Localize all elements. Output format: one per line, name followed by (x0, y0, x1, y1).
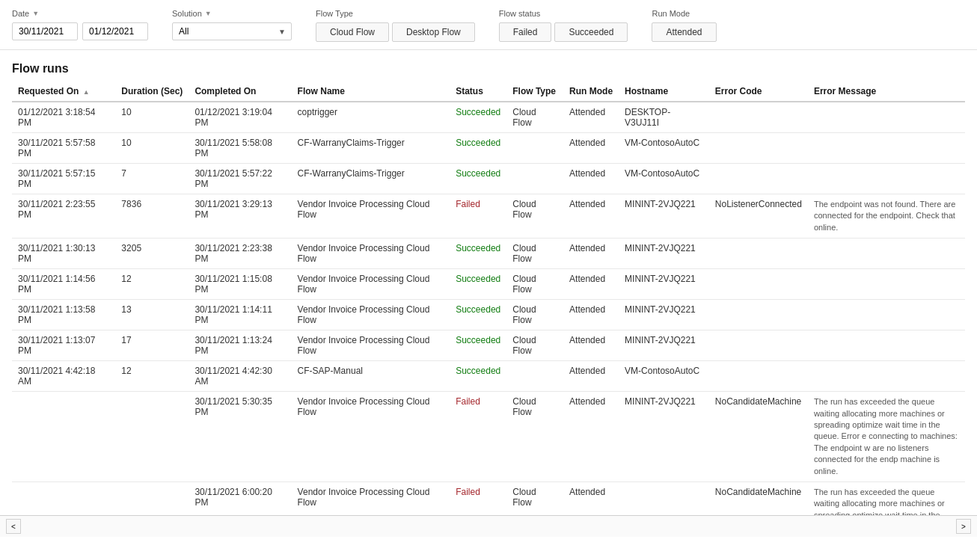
cell-status: Failed (450, 194, 506, 239)
cell-error-message (808, 239, 965, 269)
cell-hostname: MININT-2VJQ221 (619, 392, 709, 482)
cell-error-message (808, 300, 965, 330)
cell-error-code (709, 164, 808, 194)
table-row: 30/11/2021 6:00:20 PMVendor Invoice Proc… (12, 481, 965, 515)
cloud-flow-btn[interactable]: Cloud Flow (316, 22, 389, 42)
table-row: 30/11/2021 1:30:13 PM320530/11/2021 2:23… (12, 239, 965, 269)
cell-flow-type: Cloud Flow (506, 239, 563, 269)
table-row: 30/11/2021 1:14:56 PM1230/11/2021 1:15:0… (12, 269, 965, 300)
table-row: 30/11/2021 5:57:15 PM730/11/2021 5:57:22… (12, 164, 965, 194)
cell-hostname: MININT-2VJQ221 (619, 300, 709, 330)
cell-run-mode: Attended (563, 164, 619, 194)
col-header-status: Status (450, 81, 506, 102)
cell-run-mode: Attended (563, 392, 619, 482)
cell-hostname: VM-ContosoAutoC (619, 361, 709, 392)
cell-duration: 17 (115, 330, 189, 361)
next-page-button[interactable]: > (956, 519, 971, 534)
cell-run-mode: Attended (563, 133, 619, 164)
date-start-input[interactable] (12, 22, 78, 40)
cell-flow-name: Vendor Invoice Processing Cloud Flow (292, 392, 450, 482)
cell-flow-type: Cloud Flow (506, 392, 563, 482)
attended-btn[interactable]: Attended (652, 22, 716, 42)
cell-error-code (709, 330, 808, 361)
date-filter-group: Date ▼ (12, 9, 148, 40)
date-chevron-icon: ▼ (32, 10, 39, 17)
cell-duration: 7836 (115, 194, 189, 239)
table-row: 30/11/2021 4:42:18 AM1230/11/2021 4:42:3… (12, 361, 965, 392)
cell-duration: 12 (115, 361, 189, 392)
prev-page-button[interactable]: < (6, 519, 21, 534)
cell-error-message (808, 330, 965, 361)
cell-error-code (709, 133, 808, 164)
cell-status: Succeeded (450, 164, 506, 194)
cell-error-message: The endpoint was not found. There are co… (808, 194, 965, 239)
cell-error-message (808, 133, 965, 164)
col-header-error-message: Error Message (808, 81, 965, 102)
col-header-flow-name: Flow Name (292, 81, 450, 102)
solution-select[interactable]: All (172, 22, 292, 40)
table-row: 30/11/2021 2:23:55 PM783630/11/2021 3:29… (12, 194, 965, 239)
cell-duration (115, 481, 189, 515)
flow-status-label: Flow status (499, 9, 541, 18)
cell-error-message (808, 164, 965, 194)
cell-flow-type: Cloud Flow (506, 102, 563, 133)
cell-requested-on (12, 481, 115, 515)
flow-runs-table-container[interactable]: Requested On ▲ Duration (Sec) Completed … (0, 81, 977, 515)
cell-requested-on: 30/11/2021 2:23:55 PM (12, 194, 115, 239)
cell-run-mode: Attended (563, 194, 619, 239)
cell-error-code: NoCandidateMachine (709, 392, 808, 482)
cell-flow-name: Vendor Invoice Processing Cloud Flow (292, 194, 450, 239)
cell-hostname: VM-ContosoAutoC (619, 133, 709, 164)
cell-completed-on: 30/11/2021 4:42:30 AM (189, 361, 291, 392)
col-header-requested-on[interactable]: Requested On ▲ (12, 81, 115, 102)
cell-completed-on: 30/11/2021 1:14:11 PM (189, 300, 291, 330)
cell-run-mode: Attended (563, 330, 619, 361)
date-end-input[interactable] (82, 22, 148, 40)
run-mode-filter-group: Run Mode Attended (652, 9, 716, 42)
section-title: Flow runs (0, 50, 977, 81)
cell-error-message (808, 102, 965, 133)
cell-error-code (709, 300, 808, 330)
cell-duration: 13 (115, 300, 189, 330)
solution-filter-group: Solution ▼ All ▼ (172, 9, 292, 40)
table-row: 30/11/2021 5:30:35 PMVendor Invoice Proc… (12, 392, 965, 482)
cell-status: Succeeded (450, 330, 506, 361)
cell-run-mode: Attended (563, 300, 619, 330)
succeeded-btn[interactable]: Succeeded (554, 22, 628, 42)
bottom-navigation-bar: < > (0, 515, 977, 537)
cell-duration (115, 392, 189, 482)
desktop-flow-btn[interactable]: Desktop Flow (392, 22, 475, 42)
cell-error-code: NoListenerConnected (709, 194, 808, 239)
flow-type-buttons: Cloud Flow Desktop Flow (316, 22, 475, 42)
cell-error-code: NoCandidateMachine (709, 481, 808, 515)
cell-hostname: DESKTOP-V3UJ11I (619, 102, 709, 133)
cell-requested-on: 01/12/2021 3:18:54 PM (12, 102, 115, 133)
cell-run-mode: Attended (563, 102, 619, 133)
cell-flow-type: Cloud Flow (506, 194, 563, 239)
cell-error-message: The run has exceeded the queue waiting a… (808, 481, 965, 515)
top-filter-bar: Date ▼ Solution ▼ All ▼ Flow Type Cloud … (0, 0, 977, 50)
cell-requested-on: 30/11/2021 1:30:13 PM (12, 239, 115, 269)
cell-flow-type: Cloud Flow (506, 269, 563, 300)
flow-status-filter-group: Flow status Failed Succeeded (499, 9, 628, 42)
cell-error-code (709, 239, 808, 269)
cell-run-mode: Attended (563, 239, 619, 269)
cell-hostname: MININT-2VJQ221 (619, 330, 709, 361)
cell-flow-name: Vendor Invoice Processing Cloud Flow (292, 269, 450, 300)
date-filter-label: Date (12, 9, 29, 18)
cell-hostname: MININT-2VJQ221 (619, 194, 709, 239)
cell-completed-on: 30/11/2021 5:57:22 PM (189, 164, 291, 194)
cell-flow-type (506, 361, 563, 392)
cell-status: Failed (450, 392, 506, 482)
cell-completed-on: 30/11/2021 6:00:20 PM (189, 481, 291, 515)
cell-completed-on: 30/11/2021 5:58:08 PM (189, 133, 291, 164)
cell-requested-on: 30/11/2021 5:57:58 PM (12, 133, 115, 164)
solution-filter-label: Solution (172, 9, 202, 18)
failed-btn[interactable]: Failed (499, 22, 552, 42)
table-row: 30/11/2021 5:57:58 PM1030/11/2021 5:58:0… (12, 133, 965, 164)
cell-status: Succeeded (450, 133, 506, 164)
cell-duration: 7 (115, 164, 189, 194)
cell-flow-name: Vendor Invoice Processing Cloud Flow (292, 300, 450, 330)
cell-status: Failed (450, 481, 506, 515)
cell-status: Succeeded (450, 102, 506, 133)
